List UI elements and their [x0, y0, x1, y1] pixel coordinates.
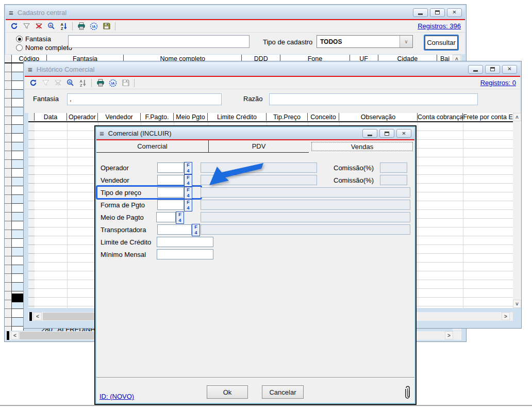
column-header[interactable]: Conceito: [308, 113, 339, 121]
tipo-de-cadastro-select[interactable]: TODOS ∨: [317, 35, 413, 48]
splitter-handle[interactable]: [29, 312, 32, 321]
scroll-left-icon[interactable]: <: [11, 331, 19, 339]
forma-de-pgto-description-field: [201, 200, 410, 210]
svg-text:IA: IA: [111, 81, 115, 85]
refresh-icon[interactable]: [28, 78, 38, 87]
ok-button[interactable]: Ok: [207, 385, 248, 399]
radio-dot[interactable]: [16, 44, 23, 51]
row-selector-header: [5, 55, 12, 62]
scroll-left-icon[interactable]: <: [34, 312, 42, 320]
minimo-mensal-label: Mínimo Mensal: [101, 251, 146, 258]
dialog-title: Comercial (INCLUIR): [108, 129, 172, 137]
scroll-down-icon[interactable]: ˅: [513, 300, 521, 308]
tab-vendas[interactable]: Vendas: [310, 140, 414, 153]
filter-icon[interactable]: [22, 22, 31, 30]
scroll-up-icon[interactable]: ˄: [513, 113, 521, 121]
tab-pdv[interactable]: PDV: [209, 140, 309, 153]
fantasia-input[interactable]: ,: [67, 93, 222, 105]
historico-titlebar[interactable]: ≡ Histórico Comercial ✕: [25, 62, 520, 76]
operador-input[interactable]: [157, 162, 184, 173]
close-button[interactable]: ✕: [396, 129, 411, 138]
f4-key-icon[interactable]: F4: [184, 199, 192, 211]
minimize-button[interactable]: [362, 129, 377, 138]
radio-nome-completo[interactable]: Nome completo: [16, 44, 72, 52]
column-header[interactable]: Meio Pgto: [174, 113, 208, 121]
column-header[interactable]: Vendedor: [98, 113, 141, 121]
filter-icon: [41, 78, 50, 87]
scroll-right-icon[interactable]: >: [445, 331, 453, 339]
minimize-button[interactable]: [413, 8, 428, 17]
tab-comercial[interactable]: Comercial: [96, 140, 208, 153]
column-header[interactable]: Tip.Preço: [267, 113, 308, 121]
meio-de-pagto-input[interactable]: [156, 212, 176, 222]
tipo-de-preco-input[interactable]: [157, 187, 184, 198]
clear-filter-icon: [53, 78, 62, 87]
menu-icon[interactable]: ≡: [99, 129, 104, 137]
search-n-icon[interactable]: n: [65, 78, 75, 87]
print-icon[interactable]: [77, 22, 86, 30]
vendedor-input[interactable]: [157, 175, 184, 185]
limite-de-credito-input[interactable]: [157, 237, 213, 247]
consultar-button[interactable]: Consultar: [425, 36, 458, 50]
f4-key-icon[interactable]: F4: [192, 224, 200, 236]
column-header[interactable]: Limite Crédito: [208, 113, 267, 121]
close-button[interactable]: ✕: [502, 65, 517, 74]
save-icon[interactable]: [102, 22, 111, 30]
comissao-field[interactable]: [380, 162, 407, 173]
minimize-button[interactable]: [468, 65, 483, 74]
save-icon: [121, 78, 130, 87]
ia-icon[interactable]: IA: [89, 22, 98, 30]
clear-filter-icon[interactable]: [34, 22, 43, 30]
radio-dot[interactable]: [16, 36, 23, 42]
column-header[interactable]: Conta cobrança: [418, 113, 463, 121]
maximize-button[interactable]: [379, 129, 394, 138]
f4-key-icon[interactable]: F4: [176, 211, 184, 224]
scroll-right-icon[interactable]: >: [502, 312, 510, 320]
maximize-button[interactable]: [485, 65, 500, 74]
vertical-scrollbar[interactable]: ˄ ˅: [513, 113, 521, 308]
transportadora-input[interactable]: [157, 224, 192, 235]
operador-description-field: [201, 162, 317, 173]
svg-text:n: n: [49, 24, 51, 27]
registros-link[interactable]: Registros: 0: [480, 79, 516, 87]
registros-link[interactable]: Registros: 396: [418, 22, 461, 30]
selected-cell[interactable]: [12, 294, 23, 302]
column-header[interactable]: Operador: [67, 113, 98, 121]
forma-de-pgto-input[interactable]: [157, 200, 184, 210]
column-header[interactable]: F.Pagto.: [141, 113, 174, 121]
window-title: Histórico Comercial: [37, 66, 95, 73]
f4-key-icon[interactable]: F4: [184, 174, 192, 187]
dialog-titlebar[interactable]: ≡ Comercial (INCLUIR) ✕: [96, 127, 414, 139]
row-selector-column[interactable]: [5, 63, 12, 331]
ia-icon[interactable]: IA: [108, 78, 118, 87]
search-input[interactable]: [68, 35, 250, 48]
svg-text:Z: Z: [79, 83, 82, 87]
table-grid-column[interactable]: [12, 63, 24, 331]
id-novo-link[interactable]: ID: (NOVO): [99, 393, 134, 400]
f4-key-icon[interactable]: F4: [184, 187, 192, 199]
chevron-down-icon[interactable]: ∨: [400, 36, 412, 47]
close-button[interactable]: ✕: [447, 8, 462, 17]
radio-fantasia[interactable]: Fantasia: [16, 35, 51, 43]
menu-icon[interactable]: ≡: [28, 66, 32, 73]
comissao-field[interactable]: [380, 175, 407, 185]
minimo-mensal-input[interactable]: [157, 249, 213, 259]
tipo-de-cadastro-label: Tipo de cadastro: [263, 38, 312, 46]
cadastro-titlebar[interactable]: ≡ Cadastro central ✕: [6, 6, 465, 19]
maximize-button[interactable]: [430, 8, 445, 17]
search-n-icon[interactable]: n: [46, 22, 56, 30]
column-header[interactable]: Frete por conta E: [463, 113, 513, 121]
f4-key-icon[interactable]: F4: [184, 162, 192, 174]
screen: ≡ Cadastro central ✕ n AZ IA Registros: …: [0, 0, 532, 407]
sort-az-icon[interactable]: AZ: [59, 22, 68, 30]
refresh-icon[interactable]: [9, 22, 19, 30]
column-header[interactable]: Data: [35, 113, 67, 121]
razao-input[interactable]: [269, 93, 478, 105]
print-icon[interactable]: [96, 78, 105, 87]
column-header[interactable]: Observação: [339, 113, 418, 121]
historico-toolbar: n AZ IA Registros: 0: [25, 77, 520, 89]
splitter-handle[interactable]: [7, 331, 9, 340]
cancel-button[interactable]: Cancelar: [262, 385, 304, 399]
menu-icon[interactable]: ≡: [9, 9, 13, 17]
scroll-thumb[interactable]: [20, 332, 94, 339]
